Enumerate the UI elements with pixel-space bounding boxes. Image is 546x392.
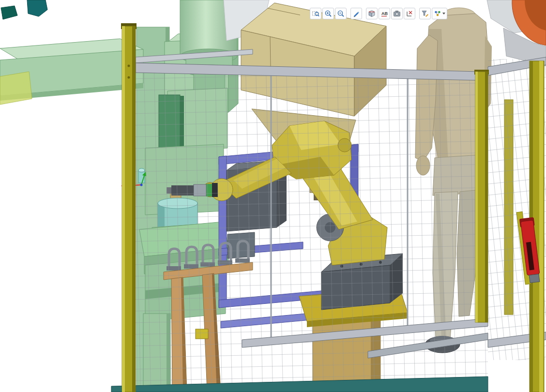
perimeter-safety-fence[interactable] <box>111 23 546 392</box>
annotation-icon: AB <box>380 10 388 17</box>
view-tool-group: AB <box>366 8 415 19</box>
fence-post-mid[interactable] <box>474 70 489 322</box>
axes-icon <box>406 10 413 17</box>
markup-button[interactable] <box>350 8 362 19</box>
edit-appearance-button[interactable] <box>419 8 431 19</box>
section-cube-icon <box>368 10 376 17</box>
zoom-tool-group <box>310 8 347 19</box>
snapshot-button[interactable] <box>391 8 403 19</box>
annotation-button[interactable]: AB <box>379 8 390 19</box>
fence-post-left[interactable] <box>121 23 136 392</box>
zoom-in-button[interactable] <box>322 8 334 19</box>
cad-window: AB <box>0 0 546 392</box>
3d-viewport[interactable] <box>0 0 546 392</box>
svg-text:AB: AB <box>381 11 388 16</box>
zoom-out-icon <box>337 10 345 17</box>
appearance-filter-icon <box>421 10 429 17</box>
settings-tool-group <box>419 8 447 19</box>
zoom-out-button[interactable] <box>335 8 347 19</box>
section-view-button[interactable] <box>366 8 378 19</box>
zoom-to-area-button[interactable] <box>310 8 321 19</box>
zoom-to-area-icon <box>312 10 319 17</box>
hide-show-axes-button[interactable] <box>404 8 415 19</box>
zoom-in-icon <box>324 10 332 17</box>
viewport-toolbar: AB <box>310 8 447 19</box>
pencil-icon <box>352 10 360 17</box>
camera-icon <box>393 10 401 17</box>
markup-tool-group <box>350 8 362 19</box>
chevron-down-icon <box>442 13 445 15</box>
display-settings-icon <box>434 10 441 17</box>
display-settings-button[interactable] <box>432 8 447 19</box>
